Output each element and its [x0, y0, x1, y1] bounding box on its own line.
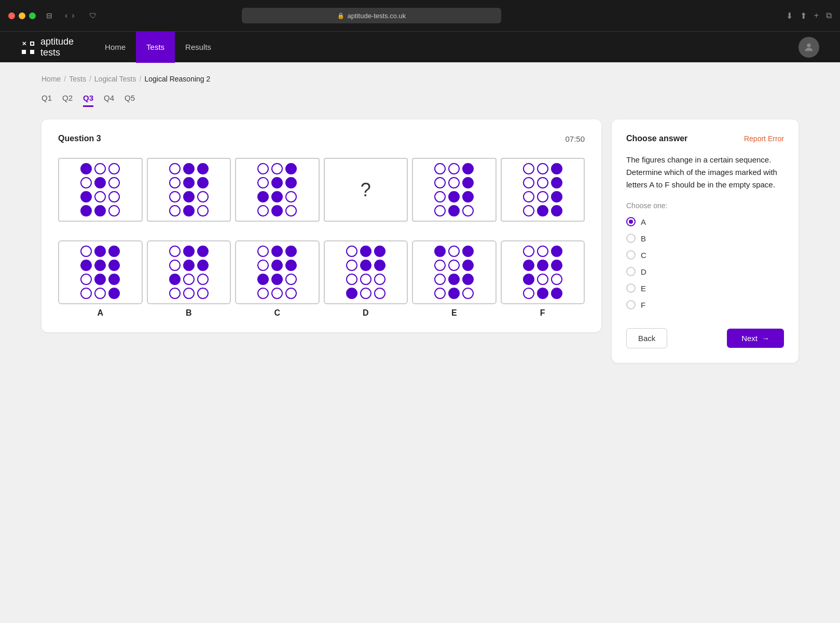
download-icon[interactable]: ⬇: [786, 11, 793, 21]
tab-q3[interactable]: Q3: [83, 93, 93, 107]
answer-box-e: [412, 240, 497, 304]
user-avatar[interactable]: [798, 37, 819, 58]
circle: [257, 177, 269, 188]
logo-icon: ✕: [21, 40, 35, 55]
circle: [448, 191, 460, 202]
logo-square-fill: [22, 50, 26, 54]
circle-grid-6: [523, 163, 562, 216]
radio-circle-b: [626, 234, 636, 243]
answer-option-d: D: [324, 240, 408, 318]
circle: [108, 163, 120, 174]
circle-grid-a: [80, 246, 120, 299]
breadcrumb-sep3: /: [140, 75, 142, 83]
answer-option-f: F: [501, 240, 585, 318]
circle: [94, 177, 106, 188]
answer-panel: Choose answer Report Error The figures c…: [612, 119, 798, 363]
report-error-link[interactable]: Report Error: [744, 134, 784, 143]
nav-home[interactable]: Home: [94, 32, 136, 63]
matrix-cell-1: [58, 158, 143, 222]
circle: [183, 191, 195, 202]
circle: [94, 163, 106, 174]
circle: [183, 163, 195, 174]
circle: [80, 205, 92, 216]
radio-option-d[interactable]: D: [626, 267, 784, 276]
circle: [80, 191, 92, 202]
matrix-cell-5: [412, 158, 497, 222]
circle: [551, 177, 562, 188]
breadcrumb-tests[interactable]: Tests: [69, 75, 86, 83]
circle: [462, 163, 474, 174]
circle-grid-f: [523, 246, 562, 299]
tab-q4[interactable]: Q4: [104, 93, 114, 107]
circle: [80, 163, 92, 174]
back-arrow-icon[interactable]: ‹: [65, 11, 67, 20]
circle: [285, 191, 297, 202]
question-header: Question 3 07:50: [58, 134, 585, 143]
radio-inner-a: [629, 220, 633, 224]
circle: [551, 163, 562, 174]
breadcrumb-sep1: /: [64, 75, 66, 83]
breadcrumb-home[interactable]: Home: [42, 75, 61, 83]
lock-icon: 🔒: [337, 12, 345, 19]
back-button[interactable]: Back: [626, 328, 667, 348]
matrix-cell-6: [501, 158, 585, 222]
breadcrumb-current: Logical Reasoning 2: [144, 75, 210, 83]
nav-results[interactable]: Results: [175, 32, 222, 63]
window-icon[interactable]: ⧉: [826, 11, 832, 21]
maximize-button[interactable]: [29, 12, 36, 19]
breadcrumb-logical-tests[interactable]: Logical Tests: [94, 75, 136, 83]
tab-q1[interactable]: Q1: [42, 93, 52, 107]
forward-arrow-icon[interactable]: ›: [72, 11, 74, 20]
circle-grid-3: [257, 163, 297, 216]
answer-option-c: C: [235, 240, 320, 318]
circle: [462, 205, 474, 216]
radio-option-b[interactable]: B: [626, 234, 784, 243]
answer-label-d: D: [363, 308, 369, 318]
radio-circle-e: [626, 283, 636, 293]
answer-box-c: [235, 240, 320, 304]
question-title: Question 3: [58, 134, 101, 143]
tab-q2[interactable]: Q2: [62, 93, 73, 107]
close-button[interactable]: [8, 12, 15, 19]
share-icon[interactable]: ⬆: [800, 11, 807, 21]
matrix-sequence: ?: [58, 158, 585, 222]
circle-grid-5: [434, 163, 474, 216]
circle: [257, 205, 269, 216]
circle: [197, 177, 209, 188]
radio-option-f[interactable]: F: [626, 300, 784, 309]
answer-box-b: [147, 240, 231, 304]
circle: [271, 191, 283, 202]
address-bar[interactable]: 🔒 aptitude-tests.co.uk: [242, 8, 501, 23]
circle: [448, 205, 460, 216]
radio-label-c: C: [641, 251, 646, 260]
circle-grid-b: [169, 246, 209, 299]
tab-q5[interactable]: Q5: [125, 93, 135, 107]
circle: [537, 163, 548, 174]
choose-answer-title: Choose answer: [626, 134, 687, 143]
circle: [434, 177, 446, 188]
logo-square-outline: [30, 42, 34, 46]
answer-option-b: B: [147, 240, 231, 318]
radio-label-e: E: [641, 284, 646, 293]
circle: [434, 205, 446, 216]
radio-option-e[interactable]: E: [626, 283, 784, 293]
radio-label-d: D: [641, 267, 646, 276]
radio-options: A B C D E: [626, 217, 784, 309]
panel-buttons: Back Next →: [626, 328, 784, 348]
circle-grid-c: [257, 246, 297, 299]
next-button[interactable]: Next →: [727, 329, 784, 348]
circle: [94, 191, 106, 202]
radio-circle-c: [626, 250, 636, 260]
nav-tests[interactable]: Tests: [136, 32, 175, 63]
sidebar-toggle-icon[interactable]: ⊟: [46, 11, 52, 20]
radio-circle-f: [626, 300, 636, 309]
radio-option-c[interactable]: C: [626, 250, 784, 260]
circle: [169, 191, 181, 202]
matrix-cell-question: ?: [324, 158, 408, 222]
browser-actions: ⬇ ⬆ + ⧉: [786, 11, 832, 21]
minimize-button[interactable]: [19, 12, 25, 19]
circle: [183, 177, 195, 188]
answer-box-a: [58, 240, 143, 304]
radio-option-a[interactable]: A: [626, 217, 784, 226]
new-tab-icon[interactable]: +: [814, 11, 819, 21]
